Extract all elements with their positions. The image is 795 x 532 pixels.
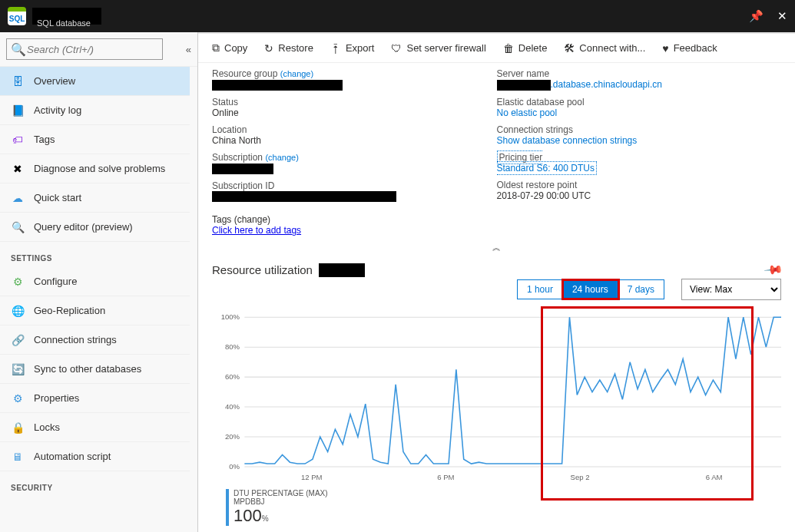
conn-link[interactable]: Show database connection strings [497, 135, 638, 146]
highlight-box [541, 306, 754, 501]
pool-link[interactable]: No elastic pool [497, 107, 558, 118]
nav-label: Activity log [34, 104, 81, 116]
export-button[interactable]: ⭱Export [330, 42, 375, 55]
nav-icon: 🗄 [11, 74, 25, 88]
svg-text:40%: 40% [225, 403, 240, 411]
redacted-subscription [212, 164, 273, 174]
nav-icon: 🔒 [11, 421, 25, 435]
sidebar-item-query-editor-preview-[interactable]: 🔍Query editor (preview) [0, 213, 190, 242]
svg-text:0%: 0% [229, 463, 240, 471]
sidebar-item-diagnose-and-solve-problems[interactable]: ✖Diagnose and solve problems [0, 154, 190, 183]
sidebar-item-configure[interactable]: ⚙Configure [0, 267, 190, 296]
add-tags-link[interactable]: Click here to add tags [212, 225, 301, 236]
nav-icon: 🖥 [11, 450, 25, 464]
shield-icon: 🛡 [391, 42, 402, 55]
nav-icon: 🌐 [11, 304, 25, 318]
redacted-server [497, 80, 551, 91]
nav-icon: 🔗 [11, 333, 25, 347]
status-label: Status [212, 97, 238, 107]
subscription-label: Subscription [212, 152, 263, 163]
pin-icon[interactable]: 📌 [749, 9, 764, 22]
nav-icon: ✖ [11, 162, 25, 176]
restore-icon: ↻ [264, 42, 273, 55]
sql-logo-icon: SQL [8, 7, 26, 25]
chart-title: Resource utilization [212, 263, 313, 276]
range-24-hours[interactable]: 24 hours [563, 280, 618, 299]
pin-chart-icon[interactable]: 📌 [763, 259, 784, 280]
trash-icon: 🗑 [503, 42, 514, 55]
location-label: Location [212, 124, 247, 135]
export-icon: ⭱ [330, 42, 341, 55]
svg-text:100%: 100% [221, 313, 240, 322]
copy-icon: ⧉ [212, 41, 220, 55]
legend-unit: % [262, 514, 269, 523]
search-input[interactable] [6, 38, 163, 60]
nav-label: Automation script [34, 451, 111, 462]
restore-button[interactable]: ↻Restore [264, 42, 313, 55]
sidebar-item-geo-replication[interactable]: 🌐Geo-Replication [0, 296, 190, 325]
change-resource-group[interactable]: (change) [280, 69, 313, 78]
sidebar-item-automation-script[interactable]: 🖥Automation script [0, 442, 190, 471]
feedback-button[interactable]: ♥Feedback [662, 42, 717, 55]
connect-button[interactable]: 🛠Connect with... [564, 42, 645, 55]
sidebar-item-activity-log[interactable]: 📘Activity log [0, 96, 190, 125]
server-name-label: Server name [497, 68, 550, 79]
sidebar-item-connection-strings[interactable]: 🔗Connection strings [0, 325, 190, 355]
redacted-chart-subtitle [319, 263, 365, 277]
nav-label: Geo-Replication [34, 305, 105, 316]
sidebar-item-properties[interactable]: ⚙Properties [0, 384, 190, 413]
redacted-resource-group [212, 80, 343, 91]
restore-value: 2018-07-29 00:00 UTC [497, 190, 591, 201]
sidebar-item-sync-to-other-databases[interactable]: 🔄Sync to other databases [0, 355, 190, 384]
section-settings: SETTINGS [0, 242, 190, 267]
heart-icon: ♥ [662, 42, 668, 55]
collapse-sidebar-icon[interactable]: « [186, 44, 191, 55]
pool-label: Elastic database pool [497, 97, 585, 107]
nav-icon: 🔍 [11, 220, 25, 234]
svg-text:12 PM: 12 PM [301, 473, 323, 481]
restore-label: Oldest restore point [497, 180, 578, 190]
tags-label: Tags [212, 214, 231, 225]
toolbar: ⧉Copy ↻Restore ⭱Export 🛡Set server firew… [198, 34, 795, 63]
range-7-days[interactable]: 7 days [618, 280, 664, 299]
sidebar-item-overview[interactable]: 🗄Overview [0, 67, 190, 96]
sidebar: 🔍 « 🗄Overview📘Activity log🏷Tags✖Diagnose… [0, 32, 198, 532]
copy-button[interactable]: ⧉Copy [212, 41, 247, 55]
nav-icon: 🔄 [11, 362, 25, 376]
nav-label: Configure [34, 276, 77, 287]
sidebar-item-locks[interactable]: 🔒Locks [0, 413, 190, 442]
svg-text:20%: 20% [225, 433, 240, 441]
subscription-id-label: Subscription ID [212, 180, 274, 191]
firewall-button[interactable]: 🛡Set server firewall [391, 42, 485, 55]
nav-icon: ⚙ [11, 392, 25, 405]
resource-group-label: Resource group [212, 68, 277, 79]
nav-icon: 🏷 [11, 133, 25, 147]
legend-value: 100 [234, 506, 262, 525]
nav-label: Sync to other databases [34, 363, 141, 375]
status-value: Online [212, 107, 239, 118]
pricing-link[interactable]: Standard S6: 400 DTUs [497, 163, 595, 173]
subtitle: SQL database [37, 18, 91, 28]
change-tags[interactable]: (change) [234, 214, 270, 225]
close-icon[interactable]: ✕ [777, 9, 787, 22]
redacted-subscription-id [212, 191, 396, 202]
conn-label: Connection strings [497, 124, 573, 135]
delete-button[interactable]: 🗑Delete [503, 42, 548, 55]
sidebar-item-tags[interactable]: 🏷Tags [0, 125, 190, 154]
nav-icon: 📘 [11, 104, 25, 117]
location-value: China North [212, 135, 261, 146]
svg-text:60%: 60% [225, 373, 240, 382]
nav-icon: ⚙ [11, 275, 25, 289]
nav-label: Connection strings [34, 334, 117, 345]
sidebar-item-quick-start[interactable]: ☁Quick start [0, 183, 190, 213]
change-subscription[interactable]: (change) [265, 153, 298, 162]
server-link[interactable]: .database.chinacloudapi.cn [551, 79, 662, 90]
collapse-details-icon[interactable]: ︽ [198, 240, 795, 255]
nav-label: Quick start [34, 192, 81, 203]
nav-icon: ☁ [11, 191, 25, 205]
range-1-hour[interactable]: 1 hour [518, 280, 563, 299]
titlebar: SQL 📌 ✕ [0, 0, 795, 32]
view-select[interactable]: View: Max [681, 279, 781, 300]
wrench-icon: 🛠 [564, 42, 575, 55]
nav-label: Diagnose and solve problems [34, 163, 165, 174]
